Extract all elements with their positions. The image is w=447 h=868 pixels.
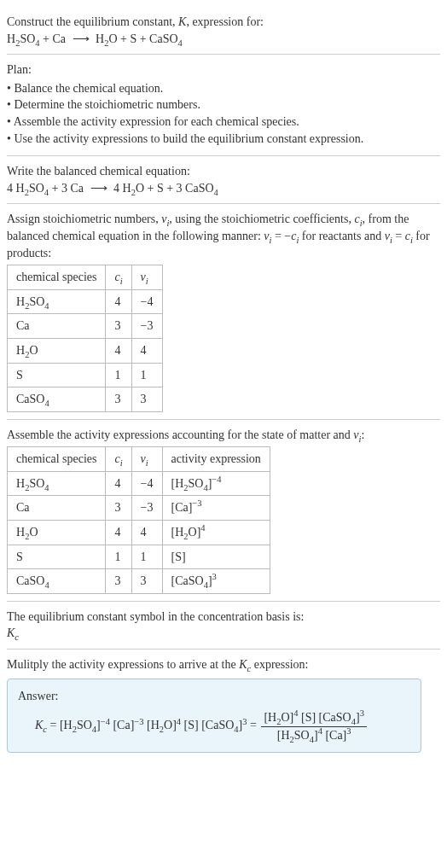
sub: 4 bbox=[44, 483, 49, 492]
product3-a: CaSO bbox=[149, 32, 177, 45]
vi-cell: 3 bbox=[131, 569, 162, 594]
text: [H bbox=[147, 719, 160, 732]
col-activity: activity expression bbox=[162, 447, 270, 472]
ci-cell: 4 bbox=[106, 338, 131, 363]
reactant1-b: SO bbox=[20, 32, 35, 45]
vi-cell: 4 bbox=[131, 338, 162, 363]
vi-cell: 1 bbox=[131, 363, 162, 387]
plan-item: Determine the stoichiometric numbers. bbox=[7, 96, 440, 114]
sup: −3 bbox=[134, 717, 143, 726]
coef: 3 bbox=[177, 182, 186, 195]
reactant1-a: H bbox=[7, 32, 15, 45]
col-species: chemical species bbox=[8, 265, 106, 290]
text: expression: bbox=[251, 658, 308, 671]
text: [Ca] bbox=[322, 729, 346, 742]
plan-item: Assemble the activity expression for eac… bbox=[7, 114, 440, 131]
fraction: [H2O]4 [S] [CaSO4]3[H2SO4]4 [Ca]3 bbox=[261, 709, 366, 743]
text: Assemble the activity expressions accoun… bbox=[7, 428, 353, 441]
text: [CaSO bbox=[201, 719, 234, 732]
text: O bbox=[29, 526, 38, 539]
sup: 4 bbox=[200, 523, 205, 533]
text: S bbox=[16, 551, 23, 563]
coef: 3 bbox=[61, 182, 71, 195]
activity-section: Assemble the activity expressions accoun… bbox=[7, 420, 440, 602]
table-row: CaSO4 3 3 bbox=[8, 387, 163, 412]
text: [S] bbox=[298, 711, 318, 724]
sub: 4 bbox=[44, 301, 49, 311]
sup: 3 bbox=[360, 709, 364, 719]
text: SO bbox=[189, 477, 204, 490]
sub: i bbox=[120, 458, 123, 468]
product1-b: O bbox=[108, 32, 117, 45]
k-var: K bbox=[35, 719, 43, 732]
reactant2: Ca bbox=[52, 32, 66, 45]
sup: −4 bbox=[212, 475, 221, 484]
stoich-text: Assign stoichiometric numbers, νi, using… bbox=[7, 211, 440, 261]
table-row: CaSO4 3 3 [CaSO4]3 bbox=[8, 569, 270, 594]
activity-text: Assemble the activity expressions accoun… bbox=[7, 427, 440, 444]
species-cell: H2SO4 bbox=[8, 471, 106, 496]
ci-cell: 4 bbox=[106, 289, 131, 314]
intro-text-a: Construct the equilibrium constant, bbox=[7, 15, 178, 28]
product: CaSO bbox=[185, 182, 213, 195]
ci-cell: 3 bbox=[106, 314, 131, 339]
answer-section: Mulitply the activity expressions to arr… bbox=[7, 650, 440, 760]
plus: + bbox=[164, 182, 177, 195]
species-cell: H2SO4 bbox=[8, 289, 106, 314]
activity-cell: [Ca]−3 bbox=[162, 496, 270, 521]
table-header-row: chemical species ci νi activity expressi… bbox=[8, 447, 270, 472]
species-cell: S bbox=[8, 545, 106, 569]
answer-label: Answer: bbox=[18, 688, 410, 705]
species-cell: S bbox=[8, 363, 106, 387]
col-species: chemical species bbox=[8, 447, 106, 472]
text: SO bbox=[29, 477, 44, 490]
species-cell: CaSO4 bbox=[8, 387, 106, 412]
vi-cell: 4 bbox=[131, 521, 162, 545]
sub: 4 bbox=[214, 188, 218, 197]
text: Assign stoichiometric numbers, bbox=[7, 213, 161, 225]
plan-section: Plan: Balance the chemical equation. Det… bbox=[7, 55, 440, 156]
kc-text: The equilibrium constant symbol in the c… bbox=[7, 609, 440, 626]
reactant: Ca bbox=[70, 182, 84, 195]
text: [H bbox=[264, 711, 276, 724]
kc-symbol-section: The equilibrium constant symbol in the c… bbox=[7, 602, 440, 650]
stoich-table: chemical species ci νi H2SO4 4 −4 Ca 3 −… bbox=[7, 265, 163, 412]
plus: + bbox=[49, 182, 61, 195]
k-var: K bbox=[178, 15, 186, 28]
plus: + bbox=[144, 182, 157, 195]
arrow-icon: ⟶ bbox=[73, 31, 90, 48]
species-cell: H2O bbox=[8, 521, 106, 545]
text: Mulitply the activity expressions to arr… bbox=[7, 658, 239, 671]
text: [H bbox=[171, 526, 184, 539]
table-row: S 1 1 [S] bbox=[8, 545, 270, 569]
text: H bbox=[16, 295, 25, 308]
sub: 4 bbox=[44, 580, 49, 590]
unbalanced-equation: H2SO4 + Ca ⟶ H2O + S + CaSO4 bbox=[7, 31, 440, 48]
table-row: Ca 3 −3 [Ca]−3 bbox=[8, 496, 270, 521]
text: for reactants and bbox=[299, 230, 384, 242]
ci-cell: 1 bbox=[106, 363, 131, 387]
k-var: K bbox=[239, 658, 247, 671]
table-row: H2SO4 4 −4 [H2SO4]−4 bbox=[8, 471, 270, 496]
vi-cell: −3 bbox=[131, 496, 162, 521]
plan-title: Plan: bbox=[7, 61, 440, 79]
plus: + bbox=[40, 32, 53, 45]
plan-list: Balance the chemical equation. Determine… bbox=[7, 80, 440, 147]
product3-sub: 4 bbox=[178, 38, 183, 47]
denominator: [H2SO4]4 [Ca]3 bbox=[261, 727, 366, 744]
kc-symbol: Kc bbox=[7, 625, 440, 642]
activity-cell: [S] bbox=[162, 545, 270, 569]
product1-a: H bbox=[96, 32, 104, 45]
eq: = bbox=[392, 230, 405, 242]
k-var: K bbox=[7, 626, 15, 639]
ci-cell: 4 bbox=[106, 521, 131, 545]
plan-item: Use the activity expressions to build th… bbox=[7, 131, 440, 148]
intro-line: Construct the equilibrium constant, K, e… bbox=[7, 14, 440, 31]
vi-cell: −4 bbox=[131, 289, 162, 314]
arrow-icon: ⟶ bbox=[90, 180, 107, 197]
table-row: H2O 4 4 bbox=[8, 338, 163, 363]
ci-cell: 3 bbox=[106, 496, 131, 521]
vi-cell: 1 bbox=[131, 545, 162, 569]
text: H bbox=[16, 477, 25, 490]
intro-section: Construct the equilibrium constant, K, e… bbox=[7, 7, 440, 55]
